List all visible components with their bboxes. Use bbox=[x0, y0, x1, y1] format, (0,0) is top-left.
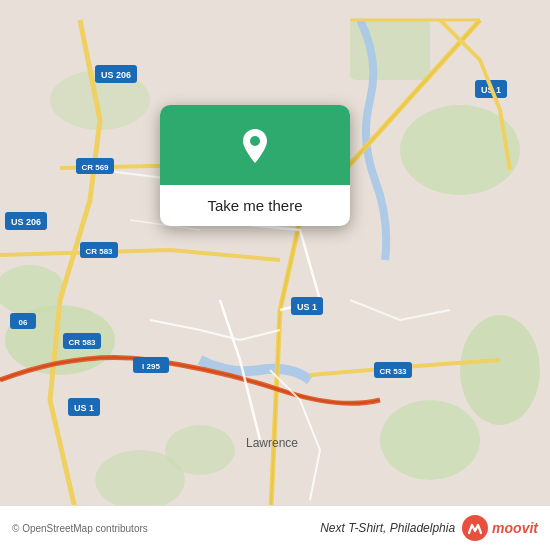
svg-text:US 206: US 206 bbox=[101, 70, 131, 80]
map-container: US 206 US 1 CR 569 US 206 CR 583 US 1 CR… bbox=[0, 0, 550, 550]
svg-text:US 1: US 1 bbox=[297, 302, 317, 312]
svg-point-5 bbox=[380, 400, 480, 480]
svg-text:US 1: US 1 bbox=[74, 403, 94, 413]
popup-card[interactable]: Take me there bbox=[160, 105, 350, 226]
moovit-icon bbox=[461, 514, 489, 542]
map-background: US 206 US 1 CR 569 US 206 CR 583 US 1 CR… bbox=[0, 0, 550, 550]
svg-text:06: 06 bbox=[19, 318, 28, 327]
svg-point-34 bbox=[462, 515, 488, 541]
svg-point-4 bbox=[460, 315, 540, 425]
svg-text:CR 583: CR 583 bbox=[68, 338, 96, 347]
svg-text:CR 533: CR 533 bbox=[379, 367, 407, 376]
svg-point-7 bbox=[95, 450, 185, 510]
svg-text:US 206: US 206 bbox=[11, 217, 41, 227]
svg-text:I 295: I 295 bbox=[142, 362, 160, 371]
popup-header bbox=[160, 105, 350, 185]
app-name-text: Next T-Shirt, Philadelphia bbox=[320, 521, 455, 535]
bottom-bar: © OpenStreetMap contributors Next T-Shir… bbox=[0, 505, 550, 550]
moovit-logo: moovit bbox=[461, 514, 538, 542]
svg-text:CR 583: CR 583 bbox=[85, 247, 113, 256]
take-me-there-button[interactable]: Take me there bbox=[160, 185, 350, 226]
svg-text:CR 569: CR 569 bbox=[81, 163, 109, 172]
attribution-text: © OpenStreetMap contributors bbox=[12, 523, 148, 534]
app-info: Next T-Shirt, Philadelphia moovit bbox=[320, 514, 538, 542]
svg-text:Lawrence: Lawrence bbox=[246, 436, 298, 450]
location-pin-icon bbox=[233, 125, 277, 169]
svg-point-33 bbox=[250, 136, 260, 146]
moovit-text: moovit bbox=[492, 520, 538, 536]
